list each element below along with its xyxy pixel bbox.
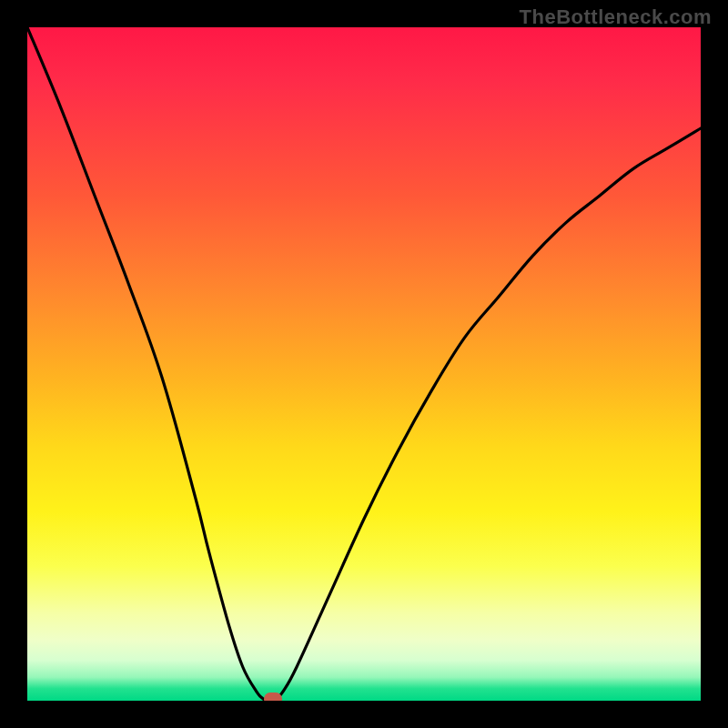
plot-area [27, 27, 701, 701]
bottleneck-curve [27, 27, 701, 701]
curve-svg [27, 27, 701, 701]
optimal-point-marker [264, 693, 282, 701]
watermark-text: TheBottleneck.com [520, 5, 712, 29]
chart-container: TheBottleneck.com [0, 0, 728, 728]
